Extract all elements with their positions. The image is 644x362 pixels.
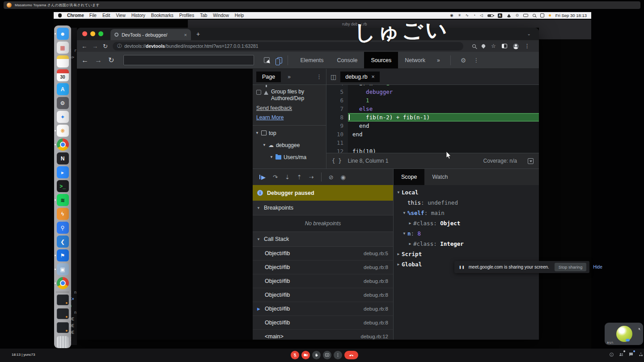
chevron-right-icon[interactable]: ▶ bbox=[395, 252, 402, 256]
tab-sources[interactable]: Sources bbox=[364, 52, 398, 68]
target-reload-icon[interactable]: ↻ bbox=[108, 56, 114, 64]
mic-off-button[interactable] bbox=[291, 351, 299, 359]
input-source-icon[interactable]: A bbox=[498, 13, 502, 18]
close-window-button[interactable] bbox=[82, 31, 87, 36]
back-icon[interactable]: ← bbox=[81, 43, 87, 49]
dock-terminal-window-3[interactable] bbox=[56, 322, 69, 335]
gesture-icon[interactable]: ✳ bbox=[458, 13, 461, 17]
step-into-icon[interactable]: ⇣ bbox=[285, 174, 290, 180]
dock-item-safari[interactable]: ✦ bbox=[56, 111, 69, 123]
more-panels-icon[interactable]: » bbox=[432, 57, 445, 63]
more-sidebar-tabs-icon[interactable]: » bbox=[288, 74, 291, 80]
dock-item-chrome[interactable] bbox=[56, 139, 69, 151]
line-number[interactable]: 11 bbox=[326, 139, 348, 147]
inspect-element-icon[interactable] bbox=[264, 57, 270, 63]
call-stack-frame[interactable]: Object#fibdebug.rb:8 bbox=[253, 316, 393, 330]
dock-terminal-window-2[interactable] bbox=[56, 308, 69, 321]
scope-row-self[interactable]: ▼%self: main bbox=[394, 208, 539, 218]
send-feedback-link[interactable]: Send feedback bbox=[256, 105, 292, 111]
zoom-search-icon[interactable] bbox=[472, 44, 476, 48]
pretty-print-icon[interactable]: { } bbox=[332, 158, 342, 164]
menu-tab[interactable]: Tab bbox=[200, 13, 207, 18]
meet-self-view[interactable]: あなた bbox=[605, 323, 643, 345]
tab-network[interactable]: Network bbox=[398, 52, 432, 68]
line-number[interactable]: 12 bbox=[326, 147, 348, 153]
info-icon[interactable] bbox=[609, 352, 614, 357]
control-icon[interactable]: ⊙ bbox=[516, 13, 519, 17]
scope-row-this[interactable]: this: undefined bbox=[394, 198, 539, 208]
menu-help[interactable]: Help bbox=[235, 13, 244, 18]
line-number[interactable]: 9 bbox=[326, 122, 348, 130]
dock-item-finder[interactable]: ☻ bbox=[56, 28, 69, 40]
clock-icon[interactable]: ◔ bbox=[473, 13, 475, 17]
step-icon[interactable]: ⇢ bbox=[309, 174, 314, 180]
dock-item-system-settings[interactable]: ⚙ bbox=[56, 97, 69, 109]
chevron-down-icon[interactable]: ▼ bbox=[395, 190, 402, 194]
call-stack-frame[interactable]: <main>debug.rb:12 bbox=[253, 330, 393, 340]
frame-location[interactable]: debug.rb:8 bbox=[364, 278, 388, 284]
new-tab-button[interactable]: + bbox=[196, 30, 200, 38]
dock-item-launchpad[interactable]: ▦ bbox=[56, 42, 69, 54]
bookmark-star-icon[interactable]: ☆ bbox=[491, 43, 496, 49]
target-address-input[interactable] bbox=[123, 55, 254, 65]
people-icon[interactable] bbox=[619, 352, 624, 357]
line-number[interactable]: 10 bbox=[326, 130, 348, 139]
tab-search-chevron-icon[interactable]: ⌄ bbox=[527, 31, 531, 36]
control-center-icon[interactable] bbox=[540, 13, 544, 17]
pause-on-exceptions-icon[interactable]: ◉ bbox=[341, 174, 346, 180]
dock-item-spotify[interactable]: ≋ bbox=[56, 194, 69, 206]
device-toolbar-icon[interactable] bbox=[277, 57, 282, 63]
dock-item-terminal[interactable]: >_ bbox=[56, 180, 69, 193]
search-icon[interactable] bbox=[533, 14, 536, 17]
volume-icon[interactable]: ◁ bbox=[480, 13, 483, 17]
sidebar-menu-icon[interactable]: ⋮ bbox=[316, 73, 322, 80]
dock-item-chrome-2[interactable] bbox=[56, 277, 69, 290]
chevron-right-icon[interactable]: ▶ bbox=[407, 221, 413, 225]
scope-row-local[interactable]: ▼Local bbox=[394, 187, 539, 198]
tab-elements[interactable]: Elements bbox=[293, 52, 330, 68]
call-stack-frame[interactable]: Object#fibdebug.rb:5 bbox=[253, 247, 393, 261]
scope-row-script[interactable]: ▶Script bbox=[394, 249, 539, 259]
minimize-window-button[interactable] bbox=[90, 31, 95, 36]
editor-tab-close-icon[interactable]: × bbox=[372, 74, 375, 80]
tab-watch[interactable]: Watch bbox=[424, 169, 455, 185]
dock-item-flag-app[interactable]: ⚑ bbox=[56, 249, 69, 262]
target-forward-icon[interactable]: → bbox=[95, 56, 102, 64]
tree-item-debuggee[interactable]: ▼☁debuggee bbox=[253, 139, 326, 151]
chevron-right-icon[interactable]: ▶ bbox=[395, 262, 402, 266]
menu-history[interactable]: History bbox=[131, 13, 145, 18]
editor-tab-debug-rb[interactable]: debug.rb × bbox=[340, 72, 380, 82]
dock-item-orange-app[interactable]: ϟ bbox=[56, 208, 69, 220]
chat-icon[interactable] bbox=[628, 352, 634, 357]
target-back-icon[interactable]: ← bbox=[81, 56, 89, 64]
coverage-icon[interactable] bbox=[528, 158, 534, 164]
learn-more-link[interactable]: Learn More bbox=[256, 114, 284, 121]
dock-item-vscode[interactable]: ❮ bbox=[56, 236, 69, 248]
call-stack-frame[interactable]: Object#fibdebug.rb:8 bbox=[253, 261, 393, 274]
group-files-checkbox[interactable] bbox=[256, 90, 261, 95]
step-over-icon[interactable]: ↷ bbox=[273, 174, 278, 180]
tree-item-top[interactable]: ▼top bbox=[253, 127, 326, 139]
dock-item-screenshot-app[interactable]: ▣ bbox=[56, 263, 69, 276]
dock-item-notes[interactable] bbox=[56, 55, 69, 68]
tab-close-icon[interactable]: × bbox=[184, 32, 187, 38]
frame-location[interactable]: debug.rb:8 bbox=[364, 265, 388, 270]
apple-menu-icon[interactable] bbox=[58, 13, 62, 17]
raise-hand-button[interactable] bbox=[312, 351, 321, 359]
camera-off-button[interactable] bbox=[301, 351, 310, 359]
call-stack-frame[interactable]: Object#fibdebug.rb:8 bbox=[253, 288, 393, 302]
scope-row-n[interactable]: ▼n: 8 bbox=[394, 228, 539, 239]
menu-edit[interactable]: Edit bbox=[102, 13, 110, 18]
display-icon[interactable] bbox=[523, 14, 528, 17]
screencast-viewport[interactable] bbox=[77, 69, 253, 340]
zoom-window-button[interactable] bbox=[98, 31, 103, 36]
menu-profiles[interactable]: Profiles bbox=[179, 13, 194, 18]
tab-page[interactable]: Page bbox=[256, 72, 281, 82]
activities-icon[interactable] bbox=[638, 352, 644, 357]
dock-terminal-window-1[interactable] bbox=[56, 295, 69, 307]
scope-row-class[interactable]: ▶#class: Object bbox=[394, 218, 539, 228]
dock-item-notion[interactable]: N bbox=[56, 152, 69, 165]
tab-scope[interactable]: Scope bbox=[394, 169, 424, 185]
graph-icon[interactable]: ∿ bbox=[466, 13, 469, 17]
dock-item-zoom[interactable]: ▸ bbox=[56, 166, 69, 179]
